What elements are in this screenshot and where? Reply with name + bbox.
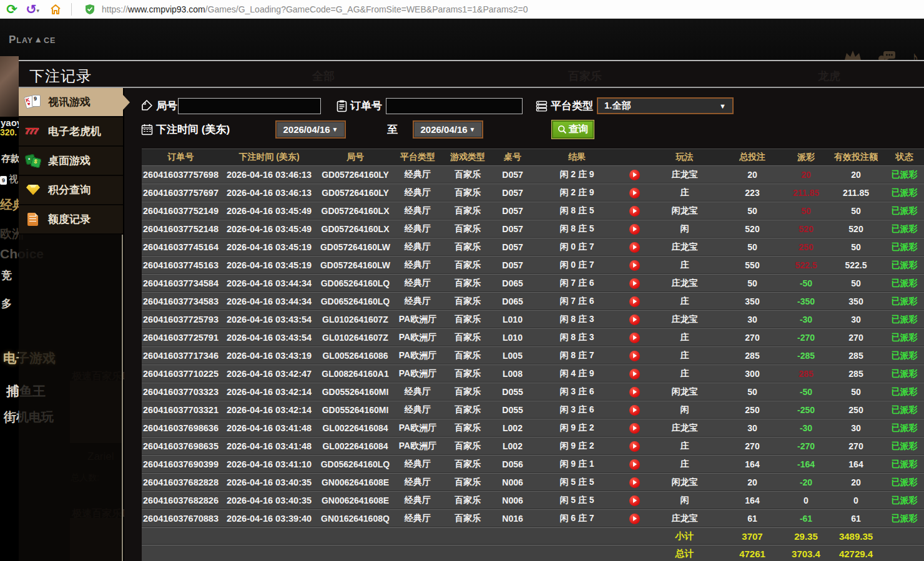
round-number-input[interactable] xyxy=(178,98,321,114)
table-row: 260416037752149 2026-04-16 03:45:49 GD05… xyxy=(142,202,924,220)
sidebar-item-quota-records[interactable]: 额度记录 xyxy=(19,205,123,235)
document-icon xyxy=(24,212,43,228)
date-to-label: 至 xyxy=(387,122,398,137)
cell-result: 闲 7 庄 6 xyxy=(533,296,621,307)
col-time: 下注时间 (美东) xyxy=(220,152,318,163)
status-badge: 已派彩 xyxy=(883,187,924,198)
order-number-input[interactable] xyxy=(386,98,523,114)
sidebar-item-points-query[interactable]: 积分查询 xyxy=(19,176,123,205)
cell-round: GL0102641607Z xyxy=(318,333,392,343)
cell-round: GL00526416086 xyxy=(318,351,392,361)
bet-records-modal: 下注记录 全部 百家乐 龙虎 视讯游戏 777 电子老虎机 桌面游戏 xyxy=(19,60,924,561)
cell-round: GD057264160LX xyxy=(318,206,392,216)
cell-platform: 经典厅 xyxy=(392,386,443,398)
play-video-icon[interactable] xyxy=(629,351,640,361)
play-video-icon[interactable] xyxy=(629,495,640,506)
date-to-select[interactable]: 2026/04/16▼ xyxy=(413,120,483,139)
total-payout: 3703.4 xyxy=(784,549,828,559)
cell-playtype: 庄 xyxy=(648,441,721,452)
cell-order: 260416037725791 xyxy=(142,333,220,343)
col-playtype: 玩法 xyxy=(648,152,721,163)
play-video-icon[interactable] xyxy=(629,188,640,198)
cell-bet: 20 xyxy=(721,477,784,487)
cell-round: GD065264160LQ xyxy=(318,278,392,288)
cell-bet: 550 xyxy=(721,260,784,270)
bet-records-table: 订单号 下注时间 (美东) 局号 平台类型 游戏类型 桌号 结果 玩法 总投注 … xyxy=(142,149,924,561)
cell-platform: 经典厅 xyxy=(392,495,443,506)
play-video-icon[interactable] xyxy=(629,369,640,379)
cell-order: 260416037717346 xyxy=(142,351,220,361)
reload-icon[interactable]: ⟳ xyxy=(5,2,19,16)
status-badge: 已派彩 xyxy=(883,368,924,379)
play-video-icon[interactable] xyxy=(629,260,640,271)
chevron-down-icon: ▼ xyxy=(719,102,726,110)
table-row: 260416037725791 2026-04-16 03:43:54 GL01… xyxy=(142,328,924,346)
cell-platform: 经典厅 xyxy=(392,278,443,289)
status-badge: 已派彩 xyxy=(883,278,924,289)
cell-order: 260416037734584 xyxy=(142,278,220,288)
table-row: 260416037703323 2026-04-16 03:42:14 GD05… xyxy=(142,383,924,401)
table-row: 260416037725793 2026-04-16 03:43:54 GL01… xyxy=(142,310,924,328)
cell-playtype: 庄龙宝 xyxy=(648,513,721,524)
playace-logo[interactable]: PLAY▲CE xyxy=(9,34,56,46)
play-video-icon[interactable] xyxy=(629,423,640,434)
cell-platform: 经典厅 xyxy=(392,513,443,524)
cell-result: 闲 3 庄 6 xyxy=(533,404,621,416)
cell-time: 2026-04-16 03:41:48 xyxy=(220,423,318,433)
sidebar-item-video-games[interactable]: 视讯游戏 xyxy=(19,88,123,117)
sidebar-item-slots[interactable]: 777 电子老虎机 xyxy=(19,117,123,147)
cell-playtype: 庄龙宝 xyxy=(648,422,721,434)
play-video-icon[interactable] xyxy=(629,170,640,180)
date-from-select[interactable]: 2026/04/16▼ xyxy=(275,120,346,139)
play-video-icon[interactable] xyxy=(629,514,640,524)
cell-payout: -20 xyxy=(784,477,828,487)
play-video-icon[interactable] xyxy=(629,387,640,398)
cell-playtype: 庄龙宝 xyxy=(648,169,721,180)
cell-table: D057 xyxy=(492,224,533,234)
secure-shield-icon[interactable] xyxy=(83,2,97,16)
slot-777-icon: 777 xyxy=(24,124,43,140)
table-header-row: 订单号 下注时间 (美东) 局号 平台类型 游戏类型 桌号 结果 玩法 总投注 … xyxy=(142,149,924,165)
cell-playtype: 闲龙宝 xyxy=(648,477,721,488)
play-video-icon[interactable] xyxy=(629,224,640,235)
cell-valid: 520 xyxy=(828,224,883,234)
divider xyxy=(71,3,72,16)
table-row: 260416037745163 2026-04-16 03:45:19 GD05… xyxy=(142,256,924,274)
sidebar-item-table-games[interactable]: 桌面游戏 xyxy=(19,147,123,176)
cell-round: GL00226416084 xyxy=(318,441,392,451)
cell-time: 2026-04-16 03:45:49 xyxy=(220,206,318,216)
cell-platform: 经典厅 xyxy=(392,459,443,470)
cell-playtype: 庄 xyxy=(648,260,721,271)
cell-playtype: 庄 xyxy=(648,368,721,379)
background-multi: 多 xyxy=(1,296,12,311)
cell-time: 2026-04-16 03:41:10 xyxy=(220,459,318,469)
play-video-icon[interactable] xyxy=(629,315,640,325)
cell-platform: 经典厅 xyxy=(392,477,443,488)
play-video-icon[interactable] xyxy=(629,278,640,289)
background-race: 竞 xyxy=(1,268,12,283)
cell-valid: 30 xyxy=(828,315,883,324)
cell-result: 闲 3 庄 6 xyxy=(533,386,621,398)
url-field[interactable]: https://www.cmpvip93.com/Games/G_Loading… xyxy=(102,4,528,14)
play-video-icon[interactable] xyxy=(629,441,640,452)
query-button[interactable]: 查询 xyxy=(551,120,594,139)
cell-platform: 经典厅 xyxy=(392,187,443,198)
play-video-icon[interactable] xyxy=(629,333,640,343)
undo-icon[interactable]: ↺▼ xyxy=(26,2,40,16)
play-video-icon[interactable] xyxy=(629,477,640,488)
subtotal-row: 小计 3707 29.35 3489.35 xyxy=(142,527,924,545)
cell-result: 闲 2 庄 9 xyxy=(533,169,621,180)
cell-round: GD057264160LW xyxy=(318,242,392,252)
play-video-icon[interactable] xyxy=(629,206,640,217)
domino-icon xyxy=(24,153,43,169)
home-icon[interactable] xyxy=(49,2,62,16)
cell-valid: 250 xyxy=(828,405,883,415)
play-video-icon[interactable] xyxy=(629,459,640,470)
play-video-icon[interactable] xyxy=(629,296,640,307)
platform-type-select[interactable]: 1.全部 ▼ xyxy=(597,97,734,114)
cell-table: D057 xyxy=(492,242,533,252)
play-video-icon[interactable] xyxy=(629,242,640,253)
play-video-icon[interactable] xyxy=(629,405,640,416)
cell-playtype: 庄 xyxy=(648,296,721,307)
cell-platform: 经典厅 xyxy=(392,296,443,307)
